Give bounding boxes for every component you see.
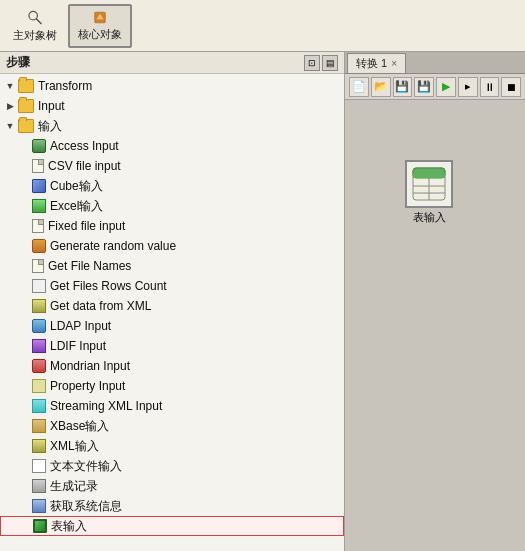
- tab-pause-btn[interactable]: ⏸: [480, 77, 500, 97]
- tree-arrow-spacer: [19, 520, 31, 532]
- tree-arrow-spacer: [18, 400, 30, 412]
- tree-item[interactable]: XML输入: [0, 436, 344, 456]
- tree-item-label: Mondrian Input: [50, 359, 130, 373]
- canvas-item-icon: [405, 160, 453, 208]
- svg-rect-6: [413, 174, 445, 178]
- tree-arrow-spacer: [18, 380, 30, 392]
- tree-item-label: LDAP Input: [50, 319, 111, 333]
- tree-arrow-spacer: [18, 500, 30, 512]
- gen-icon: [32, 479, 46, 493]
- folder-icon: [18, 119, 34, 133]
- tree-item[interactable]: Fixed file input: [0, 216, 344, 236]
- main-tree-label: 主对象树: [13, 28, 57, 43]
- tree-item[interactable]: Access Input: [0, 136, 344, 156]
- tab-run-btn[interactable]: ▶: [436, 77, 456, 97]
- tab-open-btn[interactable]: 📂: [371, 77, 391, 97]
- tree-arrow-spacer: [18, 180, 30, 192]
- main-area: 步骤 ⊡ ▤ ▼ Transform ▶ Input ▼ 输入 Access I…: [0, 52, 525, 551]
- tree-item[interactable]: Streaming XML Input: [0, 396, 344, 416]
- tree-item[interactable]: XBase输入: [0, 416, 344, 436]
- tree-item[interactable]: Excel输入: [0, 196, 344, 216]
- xml-icon: [32, 299, 46, 313]
- tree-arrow: ▼: [4, 120, 16, 132]
- tree-arrow-spacer: [18, 440, 30, 452]
- tree-arrow-spacer: [18, 480, 30, 492]
- main-tree-button[interactable]: 主对象树: [4, 4, 66, 48]
- tree-item[interactable]: 文本文件输入: [0, 456, 344, 476]
- tree-item[interactable]: LDIF Input: [0, 336, 344, 356]
- file-icon: [32, 219, 44, 233]
- tree-item[interactable]: 生成记录: [0, 476, 344, 496]
- rows-icon: [32, 279, 46, 293]
- ldap-icon: [32, 319, 46, 333]
- tree-item-label: XML输入: [50, 438, 99, 455]
- xml-icon: [32, 439, 46, 453]
- tree-item[interactable]: Get Files Rows Count: [0, 276, 344, 296]
- steps-icon-btn-1[interactable]: ⊡: [304, 55, 320, 71]
- tree-item-label: 文本文件输入: [50, 458, 122, 475]
- tree-item-label: Fixed file input: [48, 219, 125, 233]
- tab-save-btn[interactable]: 💾: [393, 77, 413, 97]
- main-toolbar: 主对象树 核心对象: [0, 0, 525, 52]
- tab-stop-btn[interactable]: ⏹: [501, 77, 521, 97]
- tree-item-label: 获取系统信息: [50, 498, 122, 515]
- tree-arrow-spacer: [18, 220, 30, 232]
- excel-icon: [32, 199, 46, 213]
- tree-item-label: Streaming XML Input: [50, 399, 162, 413]
- tree-item-label: Excel输入: [50, 198, 103, 215]
- tree-item[interactable]: ▶ Input: [0, 96, 344, 116]
- tree-item[interactable]: Cube输入: [0, 176, 344, 196]
- tree-item[interactable]: Get data from XML: [0, 296, 344, 316]
- ldif-icon: [32, 339, 46, 353]
- steps-icon-btn-2[interactable]: ▤: [322, 55, 338, 71]
- steps-header: 步骤 ⊡ ▤: [0, 52, 344, 74]
- tree-item[interactable]: Property Input: [0, 376, 344, 396]
- tree-arrow-spacer: [18, 240, 30, 252]
- search-icon: [21, 9, 49, 26]
- tree-arrow-spacer: [18, 320, 30, 332]
- tab-label: 转换 1: [356, 56, 387, 71]
- mondrian-icon: [32, 359, 46, 373]
- tree-item-label: Property Input: [50, 379, 125, 393]
- tab-bar: 转换 1 ×: [345, 52, 525, 74]
- canvas-item-table-input[interactable]: 表输入: [405, 160, 453, 225]
- tree-item[interactable]: ▼ Transform: [0, 76, 344, 96]
- tree-arrow-spacer: [18, 420, 30, 432]
- core-objects-label: 核心对象: [78, 27, 122, 42]
- file-icon: [32, 259, 44, 273]
- core-icon: [86, 10, 114, 25]
- tab-step-btn[interactable]: ▸: [458, 77, 478, 97]
- canvas-item-label: 表输入: [413, 210, 446, 225]
- tree-item[interactable]: Mondrian Input: [0, 356, 344, 376]
- tree-folder-label: 输入: [38, 118, 62, 135]
- tree-arrow-spacer: [18, 300, 30, 312]
- tree-item[interactable]: 表输入: [0, 516, 344, 536]
- tree-item[interactable]: Generate random value: [0, 236, 344, 256]
- tree-item-label: Generate random value: [50, 239, 176, 253]
- tree-folder-label: Transform: [38, 79, 92, 93]
- tree-arrow-spacer: [18, 160, 30, 172]
- folder-icon: [18, 79, 34, 93]
- tree-item[interactable]: CSV file input: [0, 156, 344, 176]
- tree-item[interactable]: 获取系统信息: [0, 496, 344, 516]
- tree-folder-label: Input: [38, 99, 65, 113]
- sys-icon: [32, 499, 46, 513]
- stream-icon: [32, 399, 46, 413]
- tab-close-button[interactable]: ×: [391, 58, 397, 69]
- tree-item-label: Cube输入: [50, 178, 103, 195]
- tree-item-label: CSV file input: [48, 159, 121, 173]
- xbase-icon: [32, 419, 46, 433]
- canvas-area: 表输入: [345, 100, 525, 551]
- tab-transform1[interactable]: 转换 1 ×: [347, 53, 406, 73]
- steps-title: 步骤: [6, 54, 30, 71]
- tree-item[interactable]: ▼ 输入: [0, 116, 344, 136]
- steps-icons: ⊡ ▤: [304, 55, 338, 71]
- tab-new-btn[interactable]: 📄: [349, 77, 369, 97]
- tab-save-all-btn[interactable]: 💾: [414, 77, 434, 97]
- core-objects-button[interactable]: 核心对象: [68, 4, 132, 48]
- tree-arrow-spacer: [18, 460, 30, 472]
- tree-item[interactable]: LDAP Input: [0, 316, 344, 336]
- tree-area[interactable]: ▼ Transform ▶ Input ▼ 输入 Access Input CS…: [0, 74, 344, 551]
- tree-item-label: Get data from XML: [50, 299, 151, 313]
- tree-item[interactable]: Get File Names: [0, 256, 344, 276]
